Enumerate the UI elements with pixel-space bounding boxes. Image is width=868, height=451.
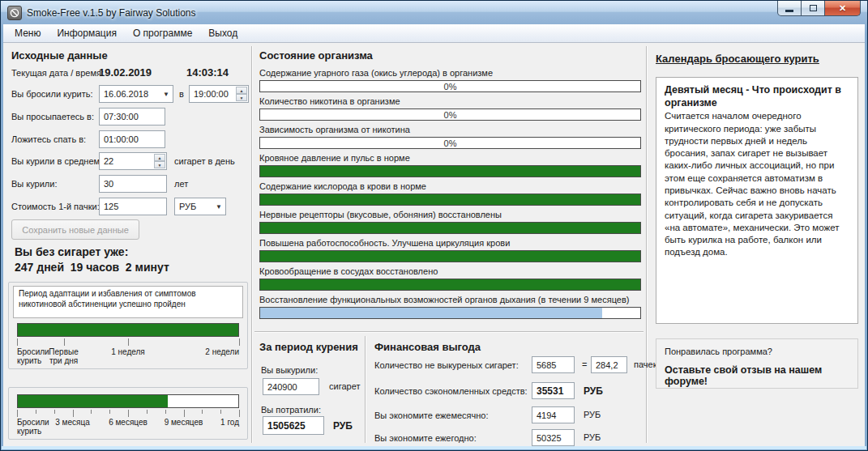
progress-fill	[260, 166, 640, 177]
calendar-box: Девятый месяц - Что происходит в организ…	[656, 77, 858, 324]
timeline-ticks	[17, 338, 239, 347]
feedback-cta: Оставьте свой отзыв на нашем форуме!	[665, 364, 857, 387]
finance-row: Вы экономите ежемесячно:4194РУБ	[254, 406, 646, 426]
tick-mark	[109, 410, 110, 414]
spin-down-icon[interactable]: ▼	[154, 161, 165, 168]
sleep-time-label: Ложитесь спать в:	[11, 134, 86, 144]
finance-value-field[interactable]: 35531	[532, 382, 575, 399]
progress-percent-text: 0%	[260, 109, 640, 120]
quit-time-spinner[interactable]: 19:00:00 ▲▼	[189, 85, 249, 103]
finance-row: Количество не выкуреных сигарет:5685=284…	[254, 356, 646, 376]
finance-suffix: РУБ	[584, 432, 601, 442]
finance-value-field[interactable]: 50325	[532, 429, 575, 446]
quit-date-label: Вы бросили курить:	[11, 89, 93, 99]
finance-value-field[interactable]: 4194	[532, 406, 575, 423]
equals-sign: =	[582, 360, 587, 369]
vertical-separator	[646, 46, 648, 443]
menu-item[interactable]: Информация	[49, 25, 124, 41]
status-bar-label: Восстановление функциональных возможност…	[259, 295, 629, 304]
finance-suffix: РУБ	[584, 410, 601, 419]
tick-mark	[17, 338, 18, 346]
status-progressbar	[259, 307, 641, 319]
avg-cigarettes-suffix: сигарет в день	[174, 156, 235, 166]
tick-mark	[147, 410, 148, 414]
sleep-time-value: 01:00:00	[104, 134, 139, 144]
timeline-labels: Бросили курить3 месяца6 месяцев9 месяцев…	[17, 418, 239, 437]
two-week-progressbar	[17, 323, 239, 337]
close-button[interactable]: ✕	[825, 1, 861, 16]
spin-up-icon[interactable]: ▲	[236, 87, 247, 94]
smoking-period-header: За период курения	[259, 341, 358, 353]
save-new-data-button[interactable]: Сохранить новые данные	[11, 219, 139, 240]
chevron-down-icon: ▼	[163, 91, 169, 98]
body-state-panel: Состояние организма Содержание угарного …	[254, 43, 646, 447]
menu-item[interactable]: Меню	[6, 25, 49, 41]
status-bar-label: Кровообращение в сосудах восстановлено	[259, 266, 438, 276]
finance-label: Количество сэкономленных средств:	[374, 386, 528, 396]
avg-cigarettes-spinner[interactable]: 22 ▲▼	[99, 152, 167, 170]
calendar-text: Считается началом очередного критическог…	[665, 110, 849, 258]
progress-fill	[260, 308, 602, 318]
timeline-label: Первые три дня	[49, 347, 78, 365]
quit-date-combobox[interactable]: 16.06.2018 ▼	[99, 85, 173, 103]
horizontal-separator	[254, 331, 644, 333]
initial-data-header: Исходные данные	[11, 49, 108, 62]
tick-mark	[220, 410, 221, 414]
one-year-progressbar	[17, 394, 239, 408]
tick-mark	[239, 338, 240, 346]
progress-fill	[18, 395, 168, 407]
status-progressbar: 0%	[259, 137, 641, 149]
progress-fill	[18, 324, 238, 336]
adaptation-groupbox: Период адаптации и избавления от симптом…	[8, 282, 248, 369]
minimize-icon	[785, 10, 793, 12]
feedback-question: Понравилась программа?	[665, 347, 772, 356]
sleep-time-field[interactable]: 01:00:00	[99, 130, 165, 148]
current-datetime-label: Текущая дата / время:	[11, 68, 104, 78]
finance-label: Вы экономите ежемесячно:	[374, 411, 489, 420]
client-area: Исходные данные Текущая дата / время: 19…	[3, 43, 865, 447]
currency-combobox[interactable]: РУБ ▼	[174, 198, 226, 215]
tick-mark	[202, 410, 203, 414]
window-frame-bottom	[2, 446, 866, 449]
menu-item[interactable]: О программе	[125, 25, 200, 41]
menu-bar: МенюИнформацияО программеВыход	[3, 24, 865, 43]
calendar-header: Календарь бросающего курить	[656, 53, 819, 65]
chevron-down-icon: ▼	[216, 203, 222, 211]
spinner-buttons[interactable]: ▲▼	[236, 87, 247, 101]
smoke-free-duration-header: Вы без сигарет уже:	[15, 245, 128, 258]
quit-conjunction: в	[179, 89, 184, 99]
finance-value-field[interactable]: 5685	[532, 356, 575, 373]
tick-mark	[184, 410, 185, 417]
years-smoked-suffix: лет	[174, 179, 188, 189]
tick-mark	[17, 410, 18, 417]
progress-fill	[260, 279, 640, 290]
timeline-label: 9 месяцев	[165, 418, 203, 427]
menu-item[interactable]: Выход	[200, 25, 246, 41]
spin-down-icon[interactable]: ▼	[236, 94, 247, 101]
progress-percent-text: 0%	[260, 138, 640, 148]
spin-up-icon[interactable]: ▲	[154, 154, 165, 161]
status-progressbar: 0%	[259, 108, 641, 121]
status-progressbar	[259, 194, 641, 206]
finance-suffix: РУБ	[584, 385, 603, 397]
finance-packs-field[interactable]: 284,2	[591, 356, 627, 373]
wake-time-field[interactable]: 07:30:00	[99, 108, 165, 126]
pack-price-field[interactable]: 125	[99, 198, 167, 215]
status-progressbar	[259, 250, 641, 262]
progress-fill	[260, 223, 640, 233]
title-bar[interactable]: Smoke-Free v.1.5 by Fairway Solutions ✕	[1, 1, 867, 24]
currency-value: РУБ	[179, 202, 196, 211]
spinner-buttons[interactable]: ▲▼	[154, 154, 165, 168]
timeline-label: Бросили курить	[17, 347, 49, 365]
close-icon: ✕	[839, 3, 846, 14]
calendar-panel: Календарь бросающего курить Девятый меся…	[649, 43, 864, 447]
quit-time-value: 19:00:00	[194, 89, 229, 99]
tick-mark	[54, 410, 55, 414]
maximize-button[interactable]	[802, 1, 825, 16]
window-title: Smoke-Free v.1.5 by Fairway Solutions	[27, 7, 196, 19]
status-progressbar: 0%	[259, 80, 641, 92]
minimize-button[interactable]	[777, 1, 802, 16]
status-bar-label: Зависимость организма от никотина	[259, 125, 410, 134]
years-smoked-field[interactable]: 30	[99, 175, 167, 193]
tick-mark	[128, 338, 129, 346]
